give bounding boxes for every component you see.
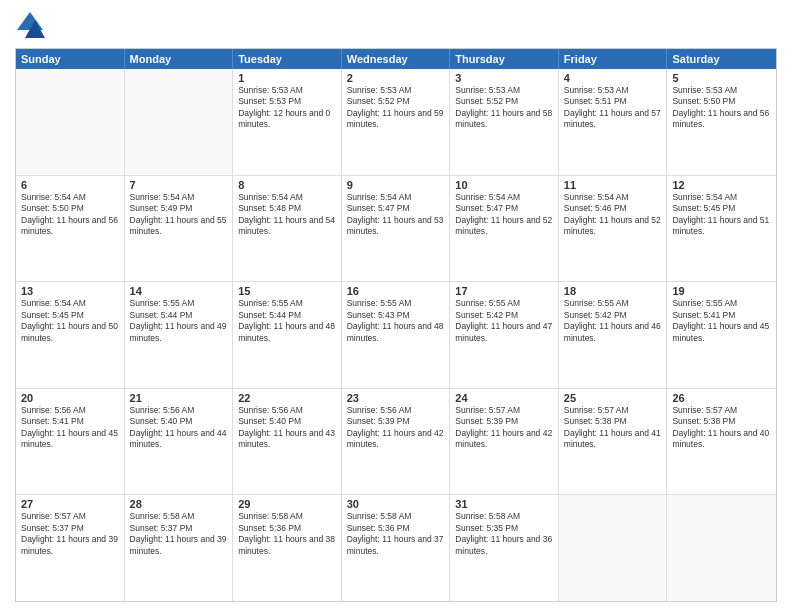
day-number: 23 (347, 392, 445, 404)
calendar-cell: 10Sunrise: 5:54 AM Sunset: 5:47 PM Dayli… (450, 176, 559, 282)
cell-info: Sunrise: 5:54 AM Sunset: 5:48 PM Dayligh… (238, 192, 336, 238)
day-number: 31 (455, 498, 553, 510)
header-day-sunday: Sunday (16, 49, 125, 69)
calendar-cell (16, 69, 125, 175)
cell-info: Sunrise: 5:57 AM Sunset: 5:38 PM Dayligh… (564, 405, 662, 451)
cell-info: Sunrise: 5:58 AM Sunset: 5:36 PM Dayligh… (347, 511, 445, 557)
svg-marker-0 (17, 12, 43, 30)
day-number: 7 (130, 179, 228, 191)
day-number: 5 (672, 72, 771, 84)
calendar-cell: 21Sunrise: 5:56 AM Sunset: 5:40 PM Dayli… (125, 389, 234, 495)
calendar-cell: 16Sunrise: 5:55 AM Sunset: 5:43 PM Dayli… (342, 282, 451, 388)
calendar-cell: 4Sunrise: 5:53 AM Sunset: 5:51 PM Daylig… (559, 69, 668, 175)
day-number: 9 (347, 179, 445, 191)
calendar-cell: 25Sunrise: 5:57 AM Sunset: 5:38 PM Dayli… (559, 389, 668, 495)
calendar-row-4: 20Sunrise: 5:56 AM Sunset: 5:41 PM Dayli… (16, 388, 776, 495)
day-number: 27 (21, 498, 119, 510)
calendar-cell: 20Sunrise: 5:56 AM Sunset: 5:41 PM Dayli… (16, 389, 125, 495)
day-number: 1 (238, 72, 336, 84)
cell-info: Sunrise: 5:53 AM Sunset: 5:51 PM Dayligh… (564, 85, 662, 131)
day-number: 6 (21, 179, 119, 191)
calendar-cell (667, 495, 776, 601)
day-number: 15 (238, 285, 336, 297)
day-number: 25 (564, 392, 662, 404)
day-number: 16 (347, 285, 445, 297)
calendar-row-5: 27Sunrise: 5:57 AM Sunset: 5:37 PM Dayli… (16, 494, 776, 601)
logo (15, 10, 49, 40)
calendar-cell: 9Sunrise: 5:54 AM Sunset: 5:47 PM Daylig… (342, 176, 451, 282)
cell-info: Sunrise: 5:53 AM Sunset: 5:53 PM Dayligh… (238, 85, 336, 131)
cell-info: Sunrise: 5:58 AM Sunset: 5:35 PM Dayligh… (455, 511, 553, 557)
calendar-cell: 19Sunrise: 5:55 AM Sunset: 5:41 PM Dayli… (667, 282, 776, 388)
calendar-cell: 13Sunrise: 5:54 AM Sunset: 5:45 PM Dayli… (16, 282, 125, 388)
cell-info: Sunrise: 5:54 AM Sunset: 5:45 PM Dayligh… (21, 298, 119, 344)
header-day-tuesday: Tuesday (233, 49, 342, 69)
cell-info: Sunrise: 5:54 AM Sunset: 5:49 PM Dayligh… (130, 192, 228, 238)
calendar-cell: 26Sunrise: 5:57 AM Sunset: 5:38 PM Dayli… (667, 389, 776, 495)
calendar-cell: 31Sunrise: 5:58 AM Sunset: 5:35 PM Dayli… (450, 495, 559, 601)
calendar-cell: 11Sunrise: 5:54 AM Sunset: 5:46 PM Dayli… (559, 176, 668, 282)
cell-info: Sunrise: 5:55 AM Sunset: 5:42 PM Dayligh… (564, 298, 662, 344)
cell-info: Sunrise: 5:54 AM Sunset: 5:47 PM Dayligh… (455, 192, 553, 238)
cell-info: Sunrise: 5:54 AM Sunset: 5:47 PM Dayligh… (347, 192, 445, 238)
header-day-saturday: Saturday (667, 49, 776, 69)
cell-info: Sunrise: 5:55 AM Sunset: 5:42 PM Dayligh… (455, 298, 553, 344)
calendar-cell: 5Sunrise: 5:53 AM Sunset: 5:50 PM Daylig… (667, 69, 776, 175)
day-number: 21 (130, 392, 228, 404)
cell-info: Sunrise: 5:53 AM Sunset: 5:50 PM Dayligh… (672, 85, 771, 131)
calendar-cell (125, 69, 234, 175)
cell-info: Sunrise: 5:55 AM Sunset: 5:43 PM Dayligh… (347, 298, 445, 344)
calendar-cell: 30Sunrise: 5:58 AM Sunset: 5:36 PM Dayli… (342, 495, 451, 601)
calendar-cell: 17Sunrise: 5:55 AM Sunset: 5:42 PM Dayli… (450, 282, 559, 388)
header-day-friday: Friday (559, 49, 668, 69)
day-number: 13 (21, 285, 119, 297)
day-number: 2 (347, 72, 445, 84)
cell-info: Sunrise: 5:54 AM Sunset: 5:46 PM Dayligh… (564, 192, 662, 238)
cell-info: Sunrise: 5:57 AM Sunset: 5:37 PM Dayligh… (21, 511, 119, 557)
cell-info: Sunrise: 5:56 AM Sunset: 5:39 PM Dayligh… (347, 405, 445, 451)
day-number: 19 (672, 285, 771, 297)
cell-info: Sunrise: 5:56 AM Sunset: 5:40 PM Dayligh… (130, 405, 228, 451)
header-day-wednesday: Wednesday (342, 49, 451, 69)
calendar-cell: 29Sunrise: 5:58 AM Sunset: 5:36 PM Dayli… (233, 495, 342, 601)
calendar-row-2: 6Sunrise: 5:54 AM Sunset: 5:50 PM Daylig… (16, 175, 776, 282)
day-number: 8 (238, 179, 336, 191)
calendar-cell: 14Sunrise: 5:55 AM Sunset: 5:44 PM Dayli… (125, 282, 234, 388)
calendar-cell: 12Sunrise: 5:54 AM Sunset: 5:45 PM Dayli… (667, 176, 776, 282)
calendar-body: 1Sunrise: 5:53 AM Sunset: 5:53 PM Daylig… (16, 69, 776, 601)
cell-info: Sunrise: 5:58 AM Sunset: 5:37 PM Dayligh… (130, 511, 228, 557)
day-number: 10 (455, 179, 553, 191)
cell-info: Sunrise: 5:53 AM Sunset: 5:52 PM Dayligh… (455, 85, 553, 131)
day-number: 26 (672, 392, 771, 404)
calendar-cell: 27Sunrise: 5:57 AM Sunset: 5:37 PM Dayli… (16, 495, 125, 601)
calendar-cell: 8Sunrise: 5:54 AM Sunset: 5:48 PM Daylig… (233, 176, 342, 282)
day-number: 18 (564, 285, 662, 297)
calendar-cell: 22Sunrise: 5:56 AM Sunset: 5:40 PM Dayli… (233, 389, 342, 495)
header-day-monday: Monday (125, 49, 234, 69)
calendar-cell: 28Sunrise: 5:58 AM Sunset: 5:37 PM Dayli… (125, 495, 234, 601)
day-number: 3 (455, 72, 553, 84)
day-number: 11 (564, 179, 662, 191)
cell-info: Sunrise: 5:57 AM Sunset: 5:38 PM Dayligh… (672, 405, 771, 451)
cell-info: Sunrise: 5:54 AM Sunset: 5:50 PM Dayligh… (21, 192, 119, 238)
day-number: 30 (347, 498, 445, 510)
day-number: 14 (130, 285, 228, 297)
cell-info: Sunrise: 5:55 AM Sunset: 5:41 PM Dayligh… (672, 298, 771, 344)
page: SundayMondayTuesdayWednesdayThursdayFrid… (0, 0, 792, 612)
calendar: SundayMondayTuesdayWednesdayThursdayFrid… (15, 48, 777, 602)
day-number: 24 (455, 392, 553, 404)
day-number: 29 (238, 498, 336, 510)
calendar-row-1: 1Sunrise: 5:53 AM Sunset: 5:53 PM Daylig… (16, 69, 776, 175)
calendar-cell: 2Sunrise: 5:53 AM Sunset: 5:52 PM Daylig… (342, 69, 451, 175)
calendar-cell (559, 495, 668, 601)
calendar-cell: 18Sunrise: 5:55 AM Sunset: 5:42 PM Dayli… (559, 282, 668, 388)
cell-info: Sunrise: 5:56 AM Sunset: 5:40 PM Dayligh… (238, 405, 336, 451)
calendar-cell: 24Sunrise: 5:57 AM Sunset: 5:39 PM Dayli… (450, 389, 559, 495)
calendar-cell: 1Sunrise: 5:53 AM Sunset: 5:53 PM Daylig… (233, 69, 342, 175)
calendar-cell: 6Sunrise: 5:54 AM Sunset: 5:50 PM Daylig… (16, 176, 125, 282)
calendar-row-3: 13Sunrise: 5:54 AM Sunset: 5:45 PM Dayli… (16, 281, 776, 388)
cell-info: Sunrise: 5:55 AM Sunset: 5:44 PM Dayligh… (238, 298, 336, 344)
header-day-thursday: Thursday (450, 49, 559, 69)
calendar-cell: 15Sunrise: 5:55 AM Sunset: 5:44 PM Dayli… (233, 282, 342, 388)
day-number: 12 (672, 179, 771, 191)
